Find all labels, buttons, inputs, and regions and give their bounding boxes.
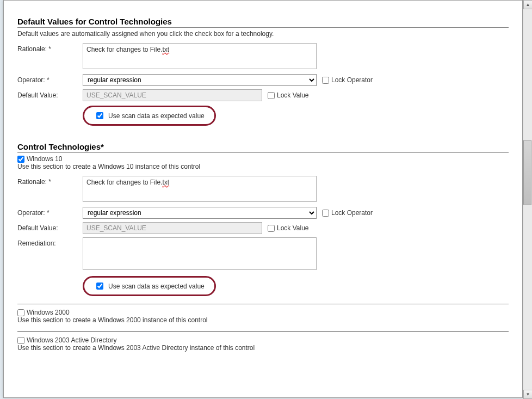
win2000-check-row[interactable]: Windows 2000	[17, 309, 509, 316]
rationale-textarea[interactable]	[83, 43, 317, 69]
win2000-subtext: Use this section to create a Windows 200…	[17, 316, 509, 324]
tech-use-scan-row-highlight: Use scan data as expected value	[83, 276, 216, 296]
use-scan-checkbox[interactable]	[96, 112, 103, 119]
win10-subtext: Use this section to create a Windows 10 …	[17, 163, 509, 170]
default-value-label: Default Value:	[17, 89, 83, 99]
win2003-label: Windows 2003 Active Directory	[27, 336, 116, 344]
tech-use-scan-label: Use scan data as expected value	[108, 283, 205, 290]
win10-check-row[interactable]: Windows 10	[17, 155, 509, 163]
win2000-checkbox[interactable]	[17, 309, 24, 316]
tech-default-value-row: Default Value: Lock Value	[17, 222, 509, 234]
lock-value-checkbox[interactable]	[268, 92, 275, 99]
operator-label: Operator: *	[17, 74, 83, 84]
defaults-default-value-row: Default Value: Lock Value	[17, 89, 509, 101]
tech-lock-operator-label: Lock Operator	[331, 209, 373, 217]
scroll-up-button[interactable]: ▲	[523, 0, 532, 9]
scroll-track[interactable]	[523, 9, 532, 390]
win2003-subtext: Use this section to create a Windows 200…	[17, 344, 509, 352]
tech-lock-value-checkbox[interactable]	[268, 225, 275, 232]
tech-section-title: Control Technologies*	[17, 142, 509, 153]
remediation-label: Remediation:	[17, 237, 83, 247]
operator-select[interactable]: regular expression	[83, 74, 317, 86]
defaults-rationale-row: Rationale: * Check for changes to File.t…	[17, 43, 509, 71]
tech-default-value-label: Default Value:	[17, 222, 83, 232]
scroll-thumb[interactable]	[523, 140, 531, 205]
tech-operator-label: Operator: *	[17, 207, 83, 217]
remediation-textarea[interactable]	[83, 237, 317, 270]
win2003-check-row[interactable]: Windows 2003 Active Directory	[17, 336, 509, 344]
lock-operator-check[interactable]: Lock Operator	[322, 76, 373, 84]
scroll-down-button[interactable]: ▼	[523, 390, 532, 399]
tech-default-value-input	[83, 222, 262, 234]
lock-operator-checkbox[interactable]	[322, 77, 329, 84]
use-scan-label: Use scan data as expected value	[108, 112, 205, 120]
tech-use-scan-checkbox[interactable]	[96, 283, 103, 290]
form-panel: Default Values for Control Technologies …	[3, 0, 523, 398]
tech-lock-value-check[interactable]: Lock Value	[268, 224, 308, 232]
tech-lock-value-label: Lock Value	[277, 224, 308, 232]
use-scan-row-highlight: Use scan data as expected value	[83, 106, 216, 126]
divider-2	[17, 332, 509, 332]
default-value-input	[83, 89, 262, 101]
tech-rationale-textarea[interactable]	[83, 176, 317, 202]
win10-checkbox[interactable]	[17, 156, 24, 163]
win10-label: Windows 10	[27, 155, 62, 163]
lock-value-check[interactable]: Lock Value	[268, 91, 308, 99]
defaults-section-title: Default Values for Control Technologies	[17, 17, 509, 28]
lock-operator-label: Lock Operator	[331, 76, 373, 84]
tech-remediation-row: Remediation:	[17, 237, 509, 272]
defaults-section-subtext: Default values are automatically assigne…	[17, 30, 509, 38]
divider-1	[17, 304, 509, 304]
tech-lock-operator-check[interactable]: Lock Operator	[322, 209, 373, 217]
vertical-scrollbar[interactable]: ▲ ▼	[523, 0, 532, 399]
tech-operator-row: Operator: * regular expression Lock Oper…	[17, 207, 509, 219]
tech-lock-operator-checkbox[interactable]	[322, 210, 329, 217]
tech-rationale-label: Rationale: *	[17, 176, 83, 186]
rationale-label: Rationale: *	[17, 43, 83, 53]
lock-value-label: Lock Value	[277, 91, 308, 99]
tech-rationale-row: Rationale: * Check for changes to File.t…	[17, 176, 509, 204]
win2000-label: Windows 2000	[27, 309, 70, 316]
tech-operator-select[interactable]: regular expression	[83, 207, 317, 219]
win2003-checkbox[interactable]	[17, 337, 24, 344]
defaults-operator-row: Operator: * regular expression Lock Oper…	[17, 74, 509, 86]
